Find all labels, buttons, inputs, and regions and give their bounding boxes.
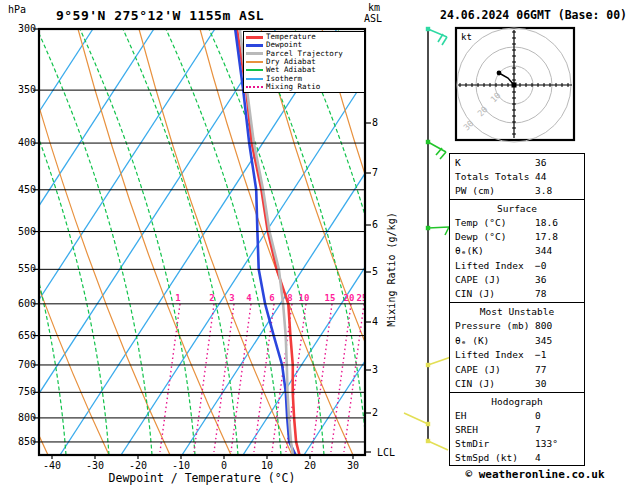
stat-label: θₑ(K) xyxy=(455,245,484,256)
temperature-tick-label: 0 xyxy=(204,460,244,471)
legend-swatch-wet-adiabat xyxy=(246,69,263,71)
stat-label: PW (cm) xyxy=(455,185,495,196)
wind-barb xyxy=(428,357,451,365)
altitude-tick-label: 7 xyxy=(372,167,378,178)
stat-row: Lifted Index−1 xyxy=(450,349,584,360)
stats-panel-header: Surface xyxy=(450,203,584,214)
stat-row: CAPE (J)77 xyxy=(450,364,584,375)
stat-row: K36 xyxy=(450,157,584,168)
pressure-tick-label: 450 xyxy=(0,184,36,195)
stat-value: 800 xyxy=(535,320,579,331)
stat-label: Dewp (°C) xyxy=(455,231,506,242)
wind-barb-dot xyxy=(426,140,430,144)
pressure-tick-label: 850 xyxy=(0,436,36,447)
stat-row: PW (cm)3.8 xyxy=(450,185,584,196)
mixing-ratio-tick-label: 2 xyxy=(209,293,214,303)
stat-value: 17.8 xyxy=(535,231,579,242)
stat-label: θₑ (K) xyxy=(455,335,489,346)
stat-value: 3.8 xyxy=(535,185,579,196)
stat-label: StmDir xyxy=(455,438,489,449)
stat-value: −0 xyxy=(535,260,579,271)
legend-item: Wet Adiabat xyxy=(244,66,364,74)
isotherm-line xyxy=(0,29,276,455)
stat-row: SREH7 xyxy=(450,424,584,435)
stat-label: SREH xyxy=(455,424,478,435)
stat-value: 7 xyxy=(535,424,579,435)
mixing-ratio-line xyxy=(214,304,234,452)
hodograph-trace-endpoint xyxy=(497,71,502,76)
stat-label: Lifted Index xyxy=(455,349,524,360)
temperature-tick-label: -40 xyxy=(32,460,72,471)
altitude-tick-label: 5 xyxy=(372,266,378,277)
pressure-tick-label: 800 xyxy=(0,412,36,423)
mixing-ratio-tick-label: 4 xyxy=(246,293,252,303)
pressure-tick-label: 650 xyxy=(0,330,36,341)
stat-value: 77 xyxy=(535,364,579,375)
mixing-ratio-tick-label: 10 xyxy=(299,293,310,303)
legend-label: Mixing Ratio xyxy=(266,83,320,91)
legend-item: Mixing Ratio xyxy=(244,83,364,91)
stat-value: 78 xyxy=(535,288,579,299)
legend-swatch-dry-adiabat xyxy=(246,61,263,63)
x-axis-label: Dewpoint / Temperature (°C) xyxy=(39,471,365,485)
temperature-tick-label: -20 xyxy=(118,460,158,471)
altitude-axis-unit-km: km xyxy=(368,2,380,13)
wind-barb-flag xyxy=(442,37,447,45)
wind-barb-dot xyxy=(426,439,430,443)
stat-label: EH xyxy=(455,410,466,421)
stat-label: StmSpd (kt) xyxy=(455,452,518,463)
wind-barb-dot xyxy=(426,363,430,367)
stat-label: Pressure (mb) xyxy=(455,320,529,331)
copyright-footer: © weatheronline.co.uk xyxy=(443,468,627,481)
stat-value: 345 xyxy=(535,335,579,346)
stat-value: 36 xyxy=(535,274,579,285)
stat-label: CAPE (J) xyxy=(455,274,501,285)
wind-barb-dot xyxy=(426,226,430,230)
mixing-ratio-tick-label: 6 xyxy=(269,293,274,303)
wind-barb xyxy=(404,413,428,424)
stat-row: Pressure (mb)800 xyxy=(450,320,584,331)
wind-barb-flag xyxy=(436,148,442,155)
datetime-label: 24.06.2024 06GMT (Base: 00) xyxy=(398,8,627,22)
pressure-tick-label: 700 xyxy=(0,359,36,370)
mixing-ratio-tick-label: 15 xyxy=(325,293,336,303)
stat-value: 18.6 xyxy=(535,217,579,228)
stats-panel-most-unstable: Most UnstablePressure (mb)800θₑ (K)345Li… xyxy=(449,302,585,393)
stat-row: StmSpd (kt)4 xyxy=(450,452,584,463)
pressure-tick-label: 500 xyxy=(0,226,36,237)
stat-label: CIN (J) xyxy=(455,288,495,299)
altitude-tick-label: 2 xyxy=(372,407,378,418)
stat-value: 44 xyxy=(535,171,579,182)
pressure-tick-label: 550 xyxy=(0,263,36,274)
stats-panel-surface: SurfaceTemp (°C)18.6Dewp (°C)17.8θₑ(K)34… xyxy=(449,199,585,303)
legend-swatch-isotherm xyxy=(246,78,263,80)
legend-swatch-temperature xyxy=(246,36,263,39)
wind-barb-dot xyxy=(426,27,430,31)
stat-value: 0 xyxy=(535,410,579,421)
legend-swatch-dewpoint xyxy=(246,44,263,47)
mixing-ratio-line xyxy=(312,304,332,452)
temperature-tick-label: -10 xyxy=(161,460,201,471)
stat-row: EH0 xyxy=(450,410,584,421)
wind-barb-dot xyxy=(426,422,430,426)
altitude-tick-label: 4 xyxy=(372,316,378,327)
wind-barb xyxy=(428,142,446,152)
stat-label: K xyxy=(455,157,461,168)
wind-barb xyxy=(428,441,448,450)
pressure-tick-label: 300 xyxy=(0,23,36,34)
stat-label: Temp (°C) xyxy=(455,217,506,228)
altitude-tick-label: 8 xyxy=(372,117,378,128)
stat-row: Totals Totals44 xyxy=(450,171,584,182)
temperature-tick-label: 30 xyxy=(333,460,373,471)
temperature-tick-label: 10 xyxy=(247,460,287,471)
legend-swatch-parcel-trajectory xyxy=(246,52,263,55)
pressure-tick-label: 350 xyxy=(0,84,36,95)
altitude-axis-unit-asl: ASL xyxy=(364,13,382,24)
wet-adiabat-line xyxy=(123,29,238,455)
stat-value: 344 xyxy=(535,245,579,256)
wind-barb-flag xyxy=(438,34,443,42)
page-title: 9°59'N 275°12'W 1155m ASL xyxy=(40,8,280,23)
skewt-sounding-page: 12346810152025kt102030 9°59'N 275°12'W 1… xyxy=(0,0,629,486)
stat-label: CAPE (J) xyxy=(455,364,501,375)
mixing-ratio-line xyxy=(231,304,251,452)
